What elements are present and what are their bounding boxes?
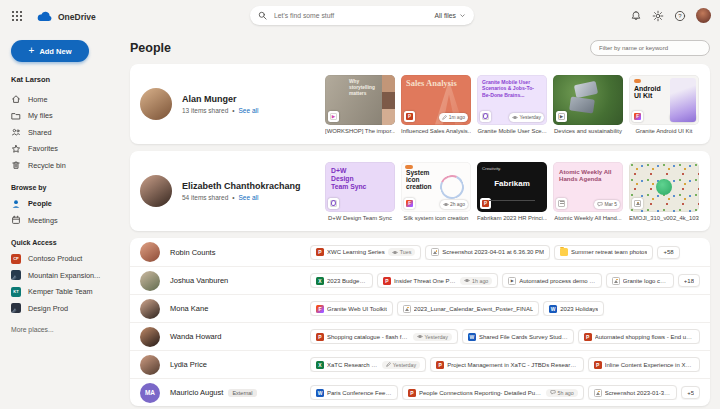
sidebar-nav-item[interactable]: People	[11, 196, 114, 213]
file-tile[interactable]: ▶ Devices and sustainability	[553, 75, 623, 134]
file-tile-label: EMOJI_310_v002_4k_1035	[629, 215, 699, 221]
file-tile[interactable]: Atomic Weekly All Hands Agenda Mar 5 Ato…	[553, 162, 623, 221]
more-places-link[interactable]: More places...	[11, 326, 114, 333]
people-icon	[11, 199, 21, 209]
thumbnail-title: Fabrikam	[477, 179, 547, 188]
person-name[interactable]: Robin Counts	[170, 248, 310, 257]
sidebar-item-label: Recycle bin	[28, 161, 66, 170]
file-chip[interactable]: P Insider Threat One Pager 1h ago	[377, 273, 498, 288]
file-chip[interactable]: P People Connections Reporting- Detailed…	[402, 385, 584, 400]
file-tile[interactable]: EMOJI_310_v002_4k_1035	[629, 162, 699, 221]
word-icon: W	[316, 389, 324, 397]
notifications-icon[interactable]	[630, 10, 642, 22]
calendar-icon	[11, 215, 21, 225]
file-chip[interactable]: Screenshot 2023-04-01 at 6.36.30 PM	[425, 245, 550, 260]
quick-access-item[interactable]: CP Contoso Product	[11, 251, 114, 268]
file-chip-label: +58	[663, 249, 673, 255]
file-tile[interactable]: Sales Analysis P 1m ago Influenced Sales…	[401, 75, 471, 134]
file-chip[interactable]: X XaTC Research Reports Yesterday	[310, 357, 426, 372]
file-chip[interactable]: W Paris Conference Feedback	[310, 385, 398, 400]
file-type-icon: ▶	[556, 111, 567, 122]
file-chip[interactable]: P Inline Content Experience in XaTC - ..…	[588, 357, 700, 372]
file-chip[interactable]: F Granite Web UI Toolkit	[310, 301, 393, 316]
person-name[interactable]: Joshua Vanburen	[170, 276, 310, 285]
file-chip[interactable]: P Shopping catalogue - flash feedback Ye…	[310, 329, 458, 344]
help-icon[interactable]: ?	[674, 10, 686, 22]
file-thumbnail: Why storytelling matters ▶	[325, 75, 395, 125]
file-tile[interactable]: System icon creation F 2h ago Silk syste…	[401, 162, 471, 221]
file-chip[interactable]: P Automated shopping flows - End user st…	[578, 329, 700, 344]
file-chip-label: Project Management in XaTC - JTBDs Resea…	[447, 362, 578, 368]
activity-badge: 2h ago	[440, 200, 468, 209]
add-new-button[interactable]: + Add New	[11, 40, 89, 62]
file-chip[interactable]: Screenshot 2023-01-31 at ...	[588, 385, 677, 400]
file-tile[interactable]: Android UI Kit F Mar 7 Granite Android U…	[629, 75, 699, 134]
file-tile[interactable]: Why storytelling matters ▶ [WORKSHOP] Th…	[325, 75, 395, 134]
sidebar-nav-item[interactable]: Meetings	[11, 212, 114, 229]
file-type-icon: F	[632, 111, 643, 122]
person-name[interactable]: Elizabeth Chanthokrachang	[182, 181, 301, 191]
sidebar-item-label: My files	[28, 111, 53, 120]
sidebar-nav-item[interactable]: Home	[11, 91, 114, 108]
image-icon	[634, 200, 641, 207]
activity-badge: Tues	[388, 248, 416, 256]
quick-access-item[interactable]: Mountain Expansion...	[11, 267, 114, 284]
person-name[interactable]: Alan Munger	[182, 94, 258, 104]
avatar	[140, 355, 160, 375]
thumbnail-title: System icon creation	[401, 162, 443, 191]
quick-access-item[interactable]: Design Prod	[11, 300, 114, 317]
file-chip-label: Screenshot 2023-04-01 at 6.36.30 PM	[442, 249, 544, 255]
file-chip[interactable]: 2023_Lunar_Calendar_Event_Poster_FINAL	[397, 301, 539, 316]
quick-access-label: Design Prod	[28, 304, 68, 313]
figma-icon: F	[316, 305, 324, 313]
file-chip[interactable]: Summer retreat team photos	[554, 245, 653, 260]
filter-input[interactable]	[590, 40, 710, 56]
search-icon	[258, 11, 267, 20]
overflow-count-chip[interactable]: +18	[678, 274, 700, 287]
file-chip-label: Automated shopping flows - End user st..…	[595, 334, 694, 340]
quick-access-thumbnail-icon: KT	[11, 287, 21, 297]
sidebar-nav-item[interactable]: Favorites	[11, 141, 114, 158]
sidebar-nav-item[interactable]: My files	[11, 108, 114, 125]
file-tile[interactable]: Fabrikam Creativity. P Fabrikam 2023 HR …	[477, 162, 547, 221]
file-chip[interactable]: X 2023 Budgeting	[310, 273, 373, 288]
file-type-icon: F	[404, 198, 415, 209]
overflow-count-chip[interactable]: +5	[681, 386, 700, 399]
person-name[interactable]: Wanda Howard	[170, 332, 310, 341]
overflow-count-chip[interactable]: +58	[657, 246, 679, 259]
person-name[interactable]: Mauricio AugustExternal	[170, 388, 310, 397]
file-tile[interactable]: D+W Design Team Sync D+W Design Team Syn…	[325, 162, 395, 221]
onedrive-app: OneDrive All files ? + Add New Kat Larso…	[0, 0, 720, 409]
search-input[interactable]	[272, 11, 429, 20]
person-name[interactable]: Lydia Price	[170, 360, 310, 369]
file-chip-label: 2023 Budgeting	[327, 278, 367, 284]
see-all-link[interactable]: See all	[239, 194, 259, 201]
person-name[interactable]: Mona Kane	[170, 304, 310, 313]
file-tile-label: Silk system icon creation	[401, 215, 471, 221]
avatar: MA	[140, 383, 160, 403]
see-all-link[interactable]: See all	[239, 107, 259, 114]
activity-badge: 5h ago	[546, 389, 578, 397]
app-launcher-icon[interactable]	[11, 10, 22, 21]
file-chip[interactable]: W 2023 Holidays	[543, 301, 604, 316]
file-type-icon	[480, 111, 491, 122]
settings-icon[interactable]	[652, 10, 664, 22]
shared-icon	[11, 127, 21, 137]
file-type-icon: P	[404, 111, 415, 122]
search-bar[interactable]: All files	[250, 6, 474, 25]
sidebar-nav-item[interactable]: Shared	[11, 124, 114, 141]
quick-access-item[interactable]: KT Kemper Table Team	[11, 284, 114, 301]
file-tile[interactable]: Granite Mobile User Scenarios & Jobs-To-…	[477, 75, 547, 134]
search-scope-dropdown[interactable]: All files	[434, 12, 466, 19]
file-chip[interactable]: ▶ Automated process demo reel	[502, 273, 601, 288]
file-chip[interactable]: Granite logo color	[606, 273, 674, 288]
person-card: Alan Munger 13 items shared • See all Wh…	[130, 64, 710, 144]
thumbnail-title: Android UI Kit	[629, 75, 667, 100]
file-type-icon: ▶	[328, 111, 339, 122]
file-chip[interactable]: P Project Management in XaTC - JTBDs Res…	[430, 357, 584, 372]
file-chip[interactable]: P XWC Learning Series Tues	[310, 245, 421, 260]
account-avatar[interactable]	[696, 8, 711, 23]
file-chip[interactable]: W Shared File Cards Survey Study Plan	[462, 329, 574, 344]
file-chip-label: Insider Threat One Pager	[394, 278, 457, 284]
sidebar-nav-item[interactable]: Recycle bin	[11, 157, 114, 174]
